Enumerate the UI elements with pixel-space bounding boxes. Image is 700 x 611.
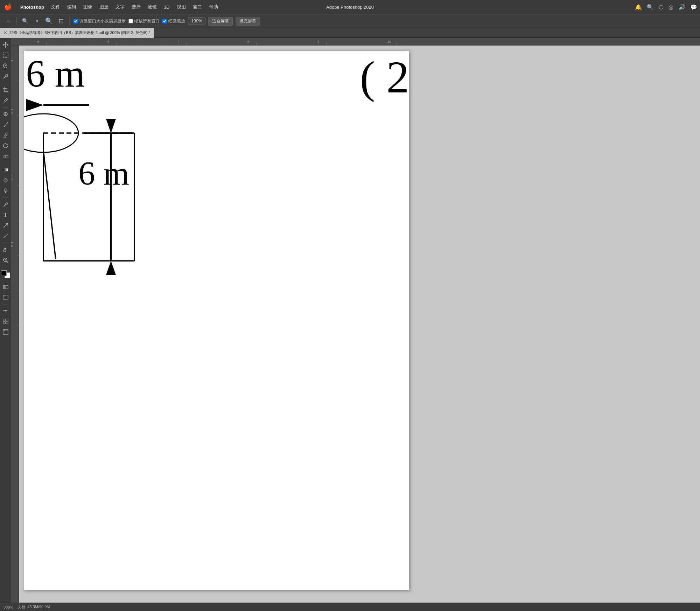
svg-text:1: 1 <box>11 109 14 110</box>
cc-icon[interactable]: ◎ <box>668 4 673 11</box>
svg-text:9: 9 <box>317 40 319 43</box>
menu-select[interactable]: 选择 <box>128 2 144 12</box>
svg-line-19 <box>4 234 8 238</box>
zoom-value[interactable]: 100% <box>188 17 205 25</box>
svg-text:1: 1 <box>11 242 14 243</box>
svg-rect-0 <box>3 53 8 58</box>
svg-text:2: 2 <box>11 112 14 114</box>
fill-screen-button[interactable]: 填充屏幕 <box>236 17 260 26</box>
svg-point-2 <box>6 74 8 76</box>
svg-text:4: 4 <box>11 245 14 247</box>
frame-tool[interactable] <box>1 327 10 337</box>
color-swatches[interactable] <box>1 270 10 278</box>
clone-stamp-tool[interactable] <box>1 130 10 140</box>
svg-line-6 <box>6 99 7 100</box>
eyedropper-tool[interactable] <box>1 96 10 105</box>
magic-wand-tool[interactable] <box>1 71 10 81</box>
center-label: 6 m <box>78 154 129 193</box>
menu-photoshop[interactable]: Photoshop <box>17 3 48 11</box>
tabbar: ✕ 22春《全品学练考》6数下教用（BS）素养测评卷-2.pdf @ 300% … <box>0 28 700 38</box>
notification-icon[interactable]: 🔔 <box>635 4 642 11</box>
svg-line-21 <box>7 261 8 263</box>
screen-mode-tool[interactable] <box>1 292 10 302</box>
menu-filter[interactable]: 滤镜 <box>144 2 160 12</box>
optionsbar: ⌂ 🔍 ▼ 🔍 ⊡ 调整窗口大小以满屏显示 缩放所有窗口 细微缩放 100% 适… <box>0 14 700 28</box>
menu-window[interactable]: 窗口 <box>189 2 205 12</box>
svg-rect-12 <box>4 155 8 158</box>
hand-tool[interactable] <box>1 245 10 255</box>
blur-tool[interactable] <box>1 175 10 185</box>
separator2 <box>69 17 70 25</box>
healing-brush-tool[interactable] <box>1 109 10 119</box>
text-tool[interactable]: T <box>1 210 10 220</box>
eraser-tool[interactable] <box>1 151 10 161</box>
zoom-fit-icon[interactable]: ⊡ <box>56 16 65 26</box>
apple-icon[interactable]: 🍎 <box>4 3 12 11</box>
rectangle-select-tool[interactable] <box>1 50 10 60</box>
doc-info: 文档: 45.3M/90.9M <box>18 604 50 610</box>
svg-rect-25 <box>3 285 6 289</box>
volume-icon[interactable]: 🔊 <box>678 4 685 11</box>
crop-tool[interactable] <box>1 85 10 95</box>
app-title: Adobe Photoshop 2020 <box>326 5 374 10</box>
menu-edit[interactable]: 编辑 <box>64 2 80 12</box>
share-icon[interactable]: ⬡ <box>659 4 664 11</box>
dodge-tool[interactable] <box>1 186 10 196</box>
brush-tool[interactable] <box>1 120 10 130</box>
menu-view[interactable]: 视图 <box>173 2 189 12</box>
svg-line-76 <box>43 151 56 259</box>
move-tool[interactable] <box>1 40 10 50</box>
document-tab[interactable]: ✕ 22春《全品学练考》6数下教用（BS）素养测评卷-2.pdf @ 300% … <box>0 28 154 38</box>
fit-window-checkbox[interactable]: 调整窗口大小以满屏显示 <box>74 18 126 24</box>
arrange-tool[interactable] <box>1 317 10 326</box>
fit-screen-button[interactable]: 适合屏幕 <box>208 17 233 26</box>
tool-separator-2 <box>2 107 9 107</box>
diagram-svg <box>24 51 409 590</box>
menu-right-icons: 🔔 🔍 ⬡ ◎ 🔊 💬 <box>635 4 697 11</box>
svg-line-5 <box>7 76 8 77</box>
menu-file[interactable]: 文件 <box>48 2 64 12</box>
tab-close-button[interactable]: ✕ <box>4 30 7 35</box>
lasso-tool[interactable] <box>1 61 10 71</box>
scrubby-zoom-checkbox[interactable]: 细微缩放 <box>162 18 185 24</box>
svg-point-17 <box>4 189 7 192</box>
svg-rect-27 <box>3 319 5 321</box>
svg-rect-28 <box>6 319 8 321</box>
search-icon[interactable]: 🔍 <box>647 4 654 11</box>
svg-text:10: 10 <box>387 40 391 43</box>
left-toolbar: T ••• <box>0 38 11 603</box>
zoom-all-checkbox[interactable]: 缩放所有窗口 <box>128 18 160 24</box>
svg-text:3: 3 <box>11 179 14 180</box>
menu-layer[interactable]: 图层 <box>96 2 112 12</box>
quick-mask-tool[interactable] <box>1 282 10 292</box>
home-icon[interactable]: ⌂ <box>4 16 13 26</box>
svg-rect-29 <box>3 322 5 324</box>
zoom-in-icon[interactable]: 🔍 <box>21 16 30 26</box>
document-canvas: 6 m ( 2 <box>24 51 409 590</box>
tool-separator-4 <box>2 197 9 198</box>
gradient-tool[interactable] <box>1 165 10 175</box>
foreground-color-swatch[interactable] <box>1 270 7 276</box>
zoom-level: 300% <box>4 605 13 609</box>
svg-text:8: 8 <box>247 40 249 43</box>
svg-text:5: 5 <box>37 40 39 43</box>
menu-3d[interactable]: 3D <box>160 3 173 11</box>
menu-text[interactable]: 文字 <box>112 2 128 12</box>
canvas-area: 6 m ( 2 <box>19 46 700 603</box>
chat-icon[interactable]: 💬 <box>690 4 697 11</box>
pen-tool[interactable] <box>1 200 10 209</box>
path-select-tool[interactable] <box>1 221 10 230</box>
menu-image[interactable]: 图像 <box>80 2 96 12</box>
history-brush-tool[interactable] <box>1 141 10 151</box>
svg-line-3 <box>7 74 8 74</box>
svg-rect-30 <box>6 322 8 324</box>
zoom-tool[interactable] <box>1 255 10 265</box>
svg-text:1: 1 <box>11 60 14 61</box>
more-tools[interactable]: ••• <box>1 306 10 316</box>
menu-items: Photoshop 文件 编辑 图像 图层 文字 选择 滤镜 3D 视图 窗口 … <box>17 2 222 12</box>
line-tool[interactable] <box>1 231 10 241</box>
zoom-dropdown-icon[interactable]: ▼ <box>33 16 42 26</box>
menu-help[interactable]: 帮助 <box>205 2 222 12</box>
svg-point-10 <box>5 133 7 135</box>
zoom-out-icon[interactable]: 🔍 <box>44 16 54 26</box>
